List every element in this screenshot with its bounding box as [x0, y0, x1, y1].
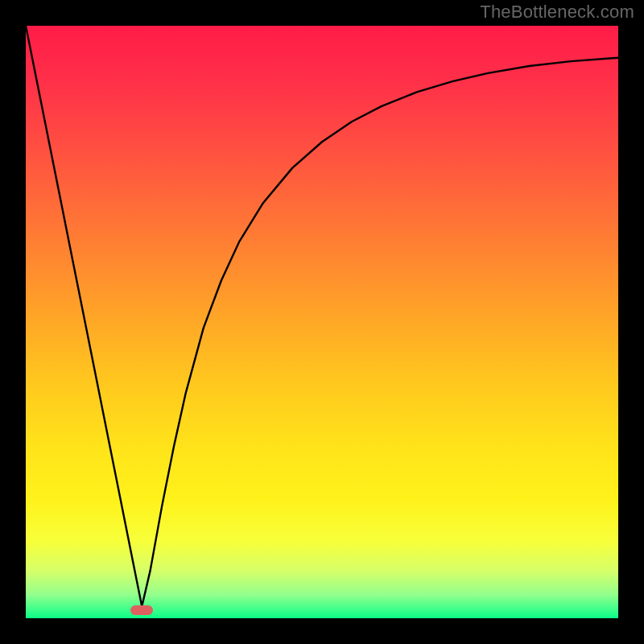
bottleneck-curve	[26, 26, 618, 606]
plot-area	[26, 26, 618, 618]
curve-svg	[26, 26, 618, 618]
chart-frame: TheBottleneck.com	[0, 0, 644, 644]
optimal-point-marker	[130, 605, 153, 615]
watermark-text: TheBottleneck.com	[480, 2, 634, 23]
